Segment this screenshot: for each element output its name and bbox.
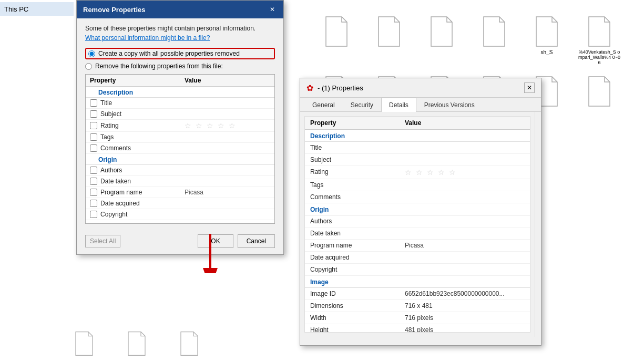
table-row: Program name Picasa — [305, 240, 530, 252]
header-property: Property — [90, 77, 185, 84]
list-item[interactable]: %40Venkatesh_S ompari_Walls%4 0~06 — [578, 16, 620, 65]
props-titlebar: ✿ - (1) Properties ✕ — [300, 78, 541, 98]
list-item[interactable] — [368, 16, 410, 65]
tab-security[interactable]: Security — [343, 98, 381, 112]
list-item[interactable] — [74, 330, 95, 357]
select-all-button[interactable]: Select All — [85, 235, 120, 247]
list-item[interactable] — [578, 76, 620, 115]
remove-properties-dialog: Remove Properties ✕ Some of these proper… — [76, 0, 284, 255]
properties-table: Property Value Description Title Subject… — [85, 74, 275, 224]
table-row: Tags — [305, 179, 530, 191]
props-main-table: Property Value Description Title Subject… — [304, 116, 530, 333]
table-row: Rating ☆ ☆ ☆ ☆ ☆ — [86, 120, 274, 132]
dialog-body: Some of these properties might contain p… — [77, 18, 283, 230]
table-row: Title — [305, 142, 530, 154]
list-item[interactable] — [421, 16, 463, 65]
checkbox-authors[interactable] — [90, 167, 97, 174]
properties-dialog: ✿ - (1) Properties ✕ General Security De… — [300, 78, 541, 346]
table-row: Authors — [305, 215, 530, 227]
close-button[interactable]: ✕ — [268, 5, 277, 14]
table-header: Property Value — [86, 75, 274, 87]
scrollbar[interactable] — [535, 112, 541, 337]
table-row: Image ID 6652d61bb923ec8500000000000... — [305, 288, 530, 300]
table-row: Rating ☆ ☆ ☆ ☆ ☆ — [305, 166, 530, 179]
bottom-file-icons — [74, 330, 200, 357]
table-row: Date acquired — [86, 198, 274, 209]
info-link[interactable]: What personal information might be in a … — [85, 34, 275, 42]
checkbox-program-name[interactable] — [90, 189, 97, 196]
radio-remove-option: Remove the following properties from thi… — [85, 63, 275, 70]
cancel-button[interactable]: Cancel — [238, 234, 275, 248]
table-row: Comments — [305, 191, 530, 203]
table-row: Tags — [86, 132, 274, 143]
props-main-header: Property Value — [305, 117, 530, 130]
header-property: Property — [310, 119, 405, 127]
radio-create-copy-label: Create a copy with all possible properti… — [98, 50, 240, 57]
table-row: Subject — [305, 154, 530, 166]
table-row: Date taken — [305, 227, 530, 240]
radio-create-copy[interactable] — [88, 50, 95, 57]
props-close-button[interactable]: ✕ — [524, 82, 535, 93]
list-item[interactable] — [473, 16, 515, 65]
header-value: Value — [405, 119, 421, 127]
tab-details[interactable]: Details — [381, 98, 416, 112]
checkbox-copyright[interactable] — [90, 211, 97, 218]
table-row: Copyright — [86, 209, 274, 220]
checkbox-date-taken[interactable] — [90, 178, 97, 185]
table-row: Height 481 pixels — [305, 324, 530, 333]
list-item[interactable] — [126, 330, 147, 357]
header-value: Value — [185, 77, 270, 84]
section-origin: Origin — [86, 154, 274, 165]
radio-create-copy-option: Create a copy with all possible properti… — [85, 48, 275, 59]
radio-remove-label: Remove the following properties from thi… — [95, 63, 223, 70]
table-row: Title — [86, 98, 274, 109]
checkbox-date-acquired[interactable] — [90, 200, 97, 207]
list-item[interactable]: sh_S — [526, 16, 568, 65]
checkbox-subject[interactable] — [90, 110, 97, 118]
tab-general[interactable]: General — [304, 98, 343, 112]
list-item[interactable] — [315, 16, 357, 65]
info-text: Some of these properties might contain p… — [85, 25, 275, 32]
tab-previous-versions[interactable]: Previous Versions — [416, 98, 483, 112]
file-icon: ✿ — [306, 83, 313, 93]
props-dialog-title: - (1) Properties — [318, 84, 363, 92]
table-row: Authors — [86, 165, 274, 176]
arrow-annotation — [184, 231, 237, 273]
table-row: Width 716 pixels — [305, 312, 530, 324]
table-row: Dimensions 716 x 481 — [305, 300, 530, 312]
props-content: Property Value Description Title Subject… — [300, 112, 541, 337]
titlebar-left: ✿ - (1) Properties — [306, 83, 363, 93]
titlebar-controls: ✕ — [268, 5, 277, 14]
section-origin: Origin — [305, 203, 530, 215]
checkbox-tags[interactable] — [90, 133, 97, 141]
table-row: Comments — [86, 143, 274, 154]
tabs-bar: General Security Details Previous Versio… — [300, 98, 541, 112]
dialog-titlebar: Remove Properties ✕ — [77, 1, 283, 18]
this-pc-label: This PC — [0, 2, 74, 16]
checkbox-comments[interactable] — [90, 144, 97, 152]
dialog-footer: Select All OK Cancel — [77, 230, 283, 254]
checkbox-title[interactable] — [90, 99, 97, 107]
table-row: Date taken — [86, 176, 274, 187]
table-row: Copyright — [305, 264, 530, 276]
section-description: Description — [305, 130, 530, 142]
dialog-title: Remove Properties — [83, 6, 146, 14]
section-description: Description — [86, 87, 274, 98]
section-image: Image — [305, 276, 530, 288]
table-row: Program name Picasa — [86, 187, 274, 198]
table-row: Subject — [86, 109, 274, 120]
radio-remove-following[interactable] — [85, 63, 92, 70]
table-row: Date acquired — [305, 252, 530, 264]
list-item[interactable] — [179, 330, 200, 357]
checkbox-rating[interactable] — [90, 122, 97, 129]
